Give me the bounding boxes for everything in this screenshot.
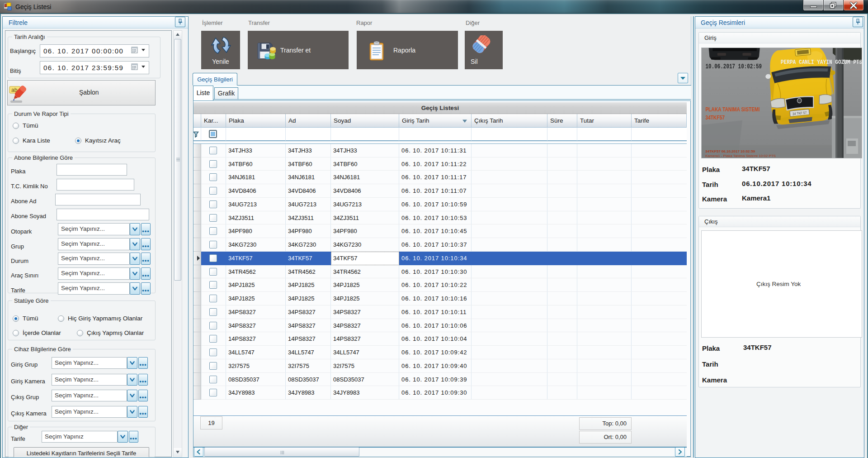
svg-text:PLAKA TANIMA SISTEMI: PLAKA TANIMA SISTEMI xyxy=(705,106,760,112)
svg-text:10.06.2017 10:02:59: 10.06.2017 10:02:59 xyxy=(706,63,762,71)
svg-text:34TKF57 06.10.2017 10:02:59: 34TKF57 06.10.2017 10:02:59 xyxy=(705,149,755,153)
svg-text:PERPA CANLI YAYIN GOZUM PTS: PERPA CANLI YAYIN GOZUM PTS xyxy=(781,59,862,65)
svg-text:Kamera1 - Plaka Tanima Sistemi: Kamera1 - Plaka Tanima Sistemi 10:02 PTS xyxy=(705,154,776,158)
svg-text:34TKF57: 34TKF57 xyxy=(705,114,725,120)
